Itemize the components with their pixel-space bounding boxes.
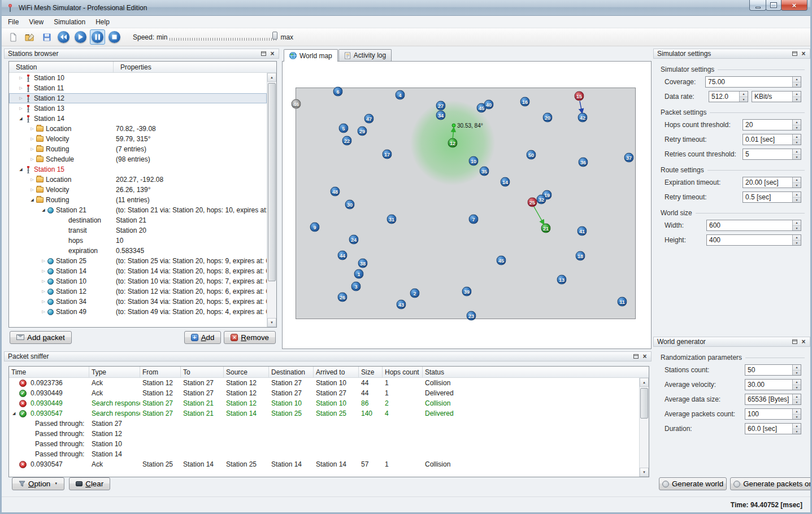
new-file-button[interactable] xyxy=(5,29,20,45)
column-header-to[interactable]: To xyxy=(181,367,224,377)
tree-row[interactable]: ▷Station 49(to: Station 49 via: Station … xyxy=(9,307,267,317)
close-panel-button[interactable]: × xyxy=(640,352,649,360)
stations-browser-header[interactable]: Stations browser × xyxy=(4,49,279,59)
data-rate-unit-combo[interactable]: KBit/s▲▼ xyxy=(752,91,801,102)
spin-up-icon[interactable]: ▲ xyxy=(793,409,801,415)
save-file-button[interactable] xyxy=(39,29,54,45)
packet-row[interactable]: ×0.0930547AckStation 25Station 14Station… xyxy=(9,459,639,469)
packet-row[interactable]: Passed through:Station 12 xyxy=(9,429,639,439)
spin-buttons[interactable]: ▲▼ xyxy=(792,177,801,188)
world-map-canvas[interactable]: 30.53, 84° 46642734454016152042475292212… xyxy=(296,88,636,319)
generate-world-button[interactable]: Generate world xyxy=(659,477,727,490)
menu-simulation[interactable]: Simulation xyxy=(49,16,90,28)
minimize-button[interactable] xyxy=(749,0,766,11)
column-header-status[interactable]: Status xyxy=(423,367,649,377)
tree-row[interactable]: expiration0.583345 xyxy=(9,246,267,256)
spin-down-icon[interactable]: ▼ xyxy=(793,429,801,434)
sniffer-scrollbar[interactable]: ▲ ▼ xyxy=(639,378,649,477)
tree-row[interactable]: destinationStation 21 xyxy=(9,215,267,225)
expand-arrow[interactable]: ◢ xyxy=(17,116,25,121)
expand-arrow[interactable]: ▷ xyxy=(40,279,47,284)
column-header-time[interactable]: Time xyxy=(9,367,89,377)
expand-arrow[interactable]: ◢ xyxy=(12,411,19,416)
expand-arrow[interactable]: ▷ xyxy=(28,177,36,182)
spin-up-icon[interactable]: ▲ xyxy=(793,394,801,400)
spin-buttons[interactable]: ▲▼ xyxy=(792,380,801,390)
expand-arrow[interactable]: ▷ xyxy=(40,259,47,263)
duration-input[interactable]: 60.0 [sec]▲▼ xyxy=(745,423,801,434)
tree-row[interactable]: ▷Location70.82, -39.08 xyxy=(9,124,267,134)
expand-arrow[interactable]: ▷ xyxy=(28,147,36,151)
spin-up-icon[interactable]: ▲ xyxy=(793,424,801,429)
tree-row[interactable]: ▷Velocity26.26, 139° xyxy=(9,185,267,195)
spin-down-icon[interactable]: ▼ xyxy=(793,183,801,188)
spin-buttons[interactable]: ▲▼ xyxy=(792,424,801,434)
spin-buttons[interactable]: ▲▼ xyxy=(792,394,801,404)
tree-row[interactable]: ▷Station 12 xyxy=(9,93,267,103)
spin-down-icon[interactable]: ▼ xyxy=(793,82,801,88)
scroll-up-button[interactable]: ▲ xyxy=(640,378,649,387)
tree-row[interactable]: ◢Station 15 xyxy=(9,164,267,175)
tree-row[interactable]: ▷Station 10 xyxy=(9,73,267,83)
coverage-input[interactable]: 75.00▲▼ xyxy=(705,76,801,88)
menu-file[interactable]: File xyxy=(3,16,24,28)
spin-up-icon[interactable]: ▲ xyxy=(793,92,801,97)
packet-row[interactable]: Passed through:Station 14 xyxy=(9,449,639,459)
expand-arrow[interactable]: ▷ xyxy=(17,96,25,101)
tree-row[interactable]: ▷Station 10(to: Station 10 via: Station … xyxy=(9,276,267,286)
option-button[interactable]: Option▼ xyxy=(12,477,64,490)
spin-up-icon[interactable]: ▲ xyxy=(793,149,801,155)
add-button[interactable]: +Add xyxy=(184,331,222,344)
tree-row[interactable]: ◢Station 14 xyxy=(9,114,267,124)
scroll-down-button[interactable]: ▼ xyxy=(267,318,276,327)
expand-arrow[interactable]: ◢ xyxy=(28,198,36,202)
spin-buttons[interactable]: ▲▼ xyxy=(792,220,801,230)
retry-timeout-input[interactable]: 0.5 [sec]▲▼ xyxy=(742,191,801,203)
speed-slider-thumb[interactable] xyxy=(272,32,277,40)
expand-arrow[interactable]: ▷ xyxy=(28,157,36,162)
close-panel-button[interactable]: × xyxy=(268,50,277,58)
tree-row[interactable]: transitStation 20 xyxy=(9,225,267,236)
tree-row[interactable]: ▷Station 12(to: Station 12 via: Station … xyxy=(9,286,267,297)
column-header-properties[interactable]: Properties xyxy=(114,62,276,72)
float-panel-button[interactable] xyxy=(631,352,640,360)
stop-button[interactable] xyxy=(107,29,122,45)
tree-row[interactable]: ▷Station 11 xyxy=(9,83,267,93)
scroll-up-button[interactable]: ▲ xyxy=(267,73,276,82)
retries-count-threshold-input[interactable]: 5▲▼ xyxy=(742,149,801,160)
spin-up-icon[interactable]: ▲ xyxy=(793,134,801,140)
column-header-source[interactable]: Source xyxy=(224,367,269,377)
tab-activity-log[interactable]: Activity log xyxy=(338,49,392,61)
scrollbar-thumb[interactable] xyxy=(640,388,648,419)
spin-buttons[interactable]: ▲▼ xyxy=(792,409,801,419)
tree-row[interactable]: ▷Schedule(98 entries) xyxy=(9,154,267,164)
expand-arrow[interactable]: ▷ xyxy=(17,106,25,111)
average-packets-count-input[interactable]: 100▲▼ xyxy=(745,408,801,420)
menu-help[interactable]: Help xyxy=(90,16,115,28)
menu-view[interactable]: View xyxy=(24,16,49,28)
average-velocity-input[interactable]: 30.00▲▼ xyxy=(745,379,801,390)
clear-button[interactable]: Clear xyxy=(69,477,110,490)
column-header-destination[interactable]: Destination xyxy=(269,367,314,377)
close-panel-button[interactable]: × xyxy=(799,338,808,346)
hops-count-threshold-input[interactable]: 20▲▼ xyxy=(742,119,801,130)
spin-down-icon[interactable]: ▼ xyxy=(793,241,801,246)
expand-arrow[interactable]: ◢ xyxy=(40,208,47,212)
packet-row[interactable]: Passed through:Station 27 xyxy=(9,419,639,429)
tree-scrollbar[interactable]: ▲ ▼ xyxy=(267,73,276,327)
tree-row[interactable]: ◢Station 21(to: Station 21 via: Station … xyxy=(9,205,267,215)
expand-arrow[interactable]: ▷ xyxy=(28,188,36,192)
rewind-button[interactable] xyxy=(56,29,71,45)
spin-up-icon[interactable]: ▲ xyxy=(740,92,748,97)
height-input[interactable]: 400▲▼ xyxy=(706,234,801,246)
spin-buttons[interactable]: ▲▼ xyxy=(739,92,748,102)
tab-world-map[interactable]: World map xyxy=(284,49,338,62)
spin-buttons[interactable]: ▲▼ xyxy=(792,149,801,159)
tree-row[interactable]: ▷Station 14(to: Station 14 via: Station … xyxy=(9,266,267,276)
packet-row[interactable]: ✓0.0930449AckStation 12Station 27Station… xyxy=(9,388,639,398)
spin-up-icon[interactable]: ▲ xyxy=(793,192,801,198)
retry-timeout-input[interactable]: 0.01 [sec]▲▼ xyxy=(742,134,801,145)
spin-down-icon[interactable]: ▼ xyxy=(740,97,748,102)
tree-row[interactable]: ◢Routing(11 entries) xyxy=(9,195,267,205)
tree-row[interactable]: ▷Station 25(to: Station 25 via: Station … xyxy=(9,256,267,266)
